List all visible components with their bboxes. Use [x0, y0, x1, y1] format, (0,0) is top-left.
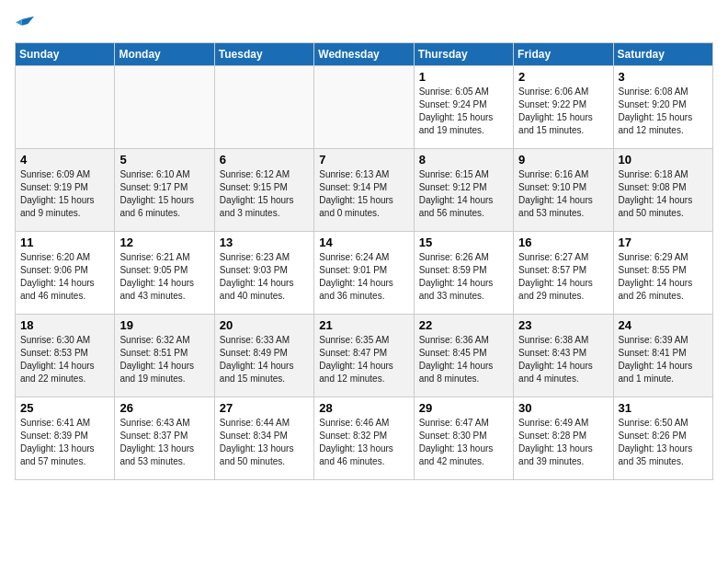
cell-date: 26	[119, 401, 209, 415]
cell-info: Sunrise: 6:12 AMSunset: 9:15 PMDaylight:…	[220, 168, 309, 220]
calendar-cell: 13Sunrise: 6:23 AMSunset: 9:03 PMDayligh…	[214, 232, 313, 315]
cell-info: Sunrise: 6:09 AMSunset: 9:19 PMDaylight:…	[20, 168, 109, 220]
cell-date: 10	[619, 153, 708, 167]
calendar-cell: 18Sunrise: 6:30 AMSunset: 8:53 PMDayligh…	[16, 315, 115, 397]
cell-info: Sunrise: 6:24 AMSunset: 9:01 PMDaylight:…	[319, 251, 408, 303]
day-header-sunday: Sunday	[16, 43, 115, 66]
calendar-cell: 27Sunrise: 6:44 AMSunset: 8:34 PMDayligh…	[214, 397, 313, 480]
cell-date: 6	[220, 153, 309, 167]
cell-info: Sunrise: 6:47 AMSunset: 8:30 PMDaylight:…	[419, 417, 508, 468]
cell-info: Sunrise: 6:49 AMSunset: 8:28 PMDaylight:…	[518, 417, 608, 468]
calendar-cell: 10Sunrise: 6:18 AMSunset: 9:08 PMDayligh…	[613, 149, 712, 232]
cell-info: Sunrise: 6:33 AMSunset: 8:49 PMDaylight:…	[220, 334, 309, 385]
cell-info: Sunrise: 6:44 AMSunset: 8:34 PMDaylight:…	[220, 417, 309, 468]
cell-date: 29	[419, 401, 508, 415]
calendar-cell: 12Sunrise: 6:21 AMSunset: 9:05 PMDayligh…	[115, 232, 214, 315]
cell-date: 21	[319, 318, 408, 332]
calendar-cell	[115, 66, 214, 149]
cell-info: Sunrise: 6:46 AMSunset: 8:32 PMDaylight:…	[319, 417, 408, 468]
cell-date: 8	[419, 153, 508, 167]
cell-date: 19	[119, 318, 209, 332]
cell-date: 22	[419, 318, 508, 332]
calendar-cell	[16, 66, 115, 149]
calendar-cell	[314, 66, 414, 149]
cell-info: Sunrise: 6:29 AMSunset: 8:55 PMDaylight:…	[619, 251, 708, 303]
calendar-cell: 15Sunrise: 6:26 AMSunset: 8:59 PMDayligh…	[414, 232, 513, 315]
cell-info: Sunrise: 6:43 AMSunset: 8:37 PMDaylight:…	[119, 417, 209, 468]
cell-info: Sunrise: 6:16 AMSunset: 9:10 PMDaylight:…	[518, 168, 608, 220]
calendar-cell: 26Sunrise: 6:43 AMSunset: 8:37 PMDayligh…	[115, 397, 214, 480]
svg-marker-1	[16, 19, 22, 26]
cell-info: Sunrise: 6:30 AMSunset: 8:53 PMDaylight:…	[20, 334, 109, 385]
calendar-cell: 1Sunrise: 6:05 AMSunset: 9:24 PMDaylight…	[414, 66, 513, 149]
cell-date: 25	[20, 401, 109, 415]
cell-info: Sunrise: 6:08 AMSunset: 9:20 PMDaylight:…	[619, 86, 708, 137]
cell-info: Sunrise: 6:23 AMSunset: 9:03 PMDaylight:…	[220, 251, 309, 303]
page-header	[15, 15, 713, 33]
calendar-cell: 9Sunrise: 6:16 AMSunset: 9:10 PMDaylight…	[514, 149, 613, 232]
cell-info: Sunrise: 6:15 AMSunset: 9:12 PMDaylight:…	[419, 168, 508, 220]
cell-info: Sunrise: 6:06 AMSunset: 9:22 PMDaylight:…	[518, 86, 608, 137]
cell-date: 30	[518, 401, 608, 415]
calendar-cell: 7Sunrise: 6:13 AMSunset: 9:14 PMDaylight…	[314, 149, 414, 232]
calendar-cell	[214, 66, 313, 149]
svg-marker-0	[22, 17, 34, 26]
cell-date: 12	[119, 236, 209, 249]
calendar-cell: 2Sunrise: 6:06 AMSunset: 9:22 PMDaylight…	[514, 66, 613, 149]
logo	[15, 15, 35, 33]
cell-date: 9	[518, 153, 608, 167]
cell-date: 17	[619, 236, 708, 249]
cell-info: Sunrise: 6:13 AMSunset: 9:14 PMDaylight:…	[319, 168, 408, 220]
cell-info: Sunrise: 6:32 AMSunset: 8:51 PMDaylight:…	[119, 334, 209, 385]
calendar-cell: 30Sunrise: 6:49 AMSunset: 8:28 PMDayligh…	[514, 397, 613, 480]
calendar-cell: 4Sunrise: 6:09 AMSunset: 9:19 PMDaylight…	[16, 149, 115, 232]
cell-date: 31	[619, 401, 708, 415]
calendar-cell: 31Sunrise: 6:50 AMSunset: 8:26 PMDayligh…	[613, 397, 712, 480]
calendar-cell: 23Sunrise: 6:38 AMSunset: 8:43 PMDayligh…	[514, 315, 613, 397]
calendar-cell: 28Sunrise: 6:46 AMSunset: 8:32 PMDayligh…	[314, 397, 414, 480]
calendar-cell: 8Sunrise: 6:15 AMSunset: 9:12 PMDaylight…	[414, 149, 513, 232]
cell-date: 28	[319, 401, 408, 415]
cell-date: 7	[319, 153, 408, 167]
cell-info: Sunrise: 6:10 AMSunset: 9:17 PMDaylight:…	[119, 168, 209, 220]
day-header-tuesday: Tuesday	[214, 43, 313, 66]
cell-date: 3	[619, 70, 708, 84]
cell-info: Sunrise: 6:39 AMSunset: 8:41 PMDaylight:…	[619, 334, 708, 385]
calendar-cell: 21Sunrise: 6:35 AMSunset: 8:47 PMDayligh…	[314, 315, 414, 397]
day-header-thursday: Thursday	[414, 43, 513, 66]
day-header-monday: Monday	[115, 43, 214, 66]
cell-info: Sunrise: 6:26 AMSunset: 8:59 PMDaylight:…	[419, 251, 508, 303]
calendar-cell: 25Sunrise: 6:41 AMSunset: 8:39 PMDayligh…	[16, 397, 115, 480]
cell-date: 20	[220, 318, 309, 332]
cell-date: 4	[20, 153, 109, 167]
calendar-cell: 22Sunrise: 6:36 AMSunset: 8:45 PMDayligh…	[414, 315, 513, 397]
cell-date: 15	[419, 236, 508, 249]
logo-bird-icon	[16, 15, 34, 33]
calendar-cell: 3Sunrise: 6:08 AMSunset: 9:20 PMDaylight…	[613, 66, 712, 149]
cell-date: 18	[20, 318, 109, 332]
cell-date: 11	[20, 236, 109, 249]
calendar-cell: 19Sunrise: 6:32 AMSunset: 8:51 PMDayligh…	[115, 315, 214, 397]
calendar-cell: 14Sunrise: 6:24 AMSunset: 9:01 PMDayligh…	[314, 232, 414, 315]
cell-date: 2	[518, 70, 608, 84]
cell-info: Sunrise: 6:05 AMSunset: 9:24 PMDaylight:…	[419, 86, 508, 137]
cell-info: Sunrise: 6:36 AMSunset: 8:45 PMDaylight:…	[419, 334, 508, 385]
cell-info: Sunrise: 6:38 AMSunset: 8:43 PMDaylight:…	[518, 334, 608, 385]
cell-date: 24	[619, 318, 708, 332]
cell-info: Sunrise: 6:41 AMSunset: 8:39 PMDaylight:…	[20, 417, 109, 468]
day-header-wednesday: Wednesday	[314, 43, 414, 66]
day-header-saturday: Saturday	[613, 43, 712, 66]
calendar-cell: 20Sunrise: 6:33 AMSunset: 8:49 PMDayligh…	[214, 315, 313, 397]
cell-info: Sunrise: 6:50 AMSunset: 8:26 PMDaylight:…	[619, 417, 708, 468]
cell-date: 27	[220, 401, 309, 415]
calendar-cell: 29Sunrise: 6:47 AMSunset: 8:30 PMDayligh…	[414, 397, 513, 480]
day-header-friday: Friday	[514, 43, 613, 66]
calendar-table: SundayMondayTuesdayWednesdayThursdayFrid…	[15, 42, 713, 480]
cell-date: 1	[419, 70, 508, 84]
cell-info: Sunrise: 6:21 AMSunset: 9:05 PMDaylight:…	[119, 251, 209, 303]
calendar-cell: 5Sunrise: 6:10 AMSunset: 9:17 PMDaylight…	[115, 149, 214, 232]
cell-date: 16	[518, 236, 608, 249]
cell-info: Sunrise: 6:27 AMSunset: 8:57 PMDaylight:…	[518, 251, 608, 303]
cell-date: 14	[319, 236, 408, 249]
cell-date: 23	[518, 318, 608, 332]
